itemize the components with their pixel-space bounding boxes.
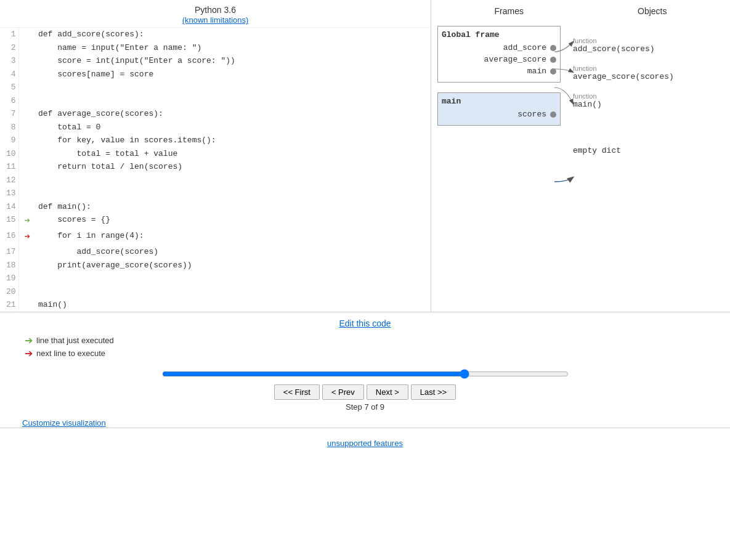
prev-button[interactable]: < Prev <box>322 384 364 400</box>
line-arrow <box>18 187 36 200</box>
line-arrow <box>18 81 36 94</box>
line-arrow: ➔ <box>18 229 36 245</box>
last-button[interactable]: Last >> <box>411 384 456 400</box>
table-row: 19 <box>0 272 431 285</box>
frames-panel: Frames Objects Global frame add_score av… <box>431 0 730 312</box>
global-frame: Global frame add_score average_score mai… <box>437 26 561 83</box>
code-text: def add_score(scores): <box>36 28 431 41</box>
table-row: 17 add_score(scores) <box>0 245 431 259</box>
code-text: main() <box>36 298 431 312</box>
table-row: 10 total = total + value <box>0 147 431 161</box>
line-number: 5 <box>0 81 18 94</box>
code-text: return total / len(scores) <box>36 160 431 174</box>
obj-entry-empty-dict: empty dict <box>573 146 715 155</box>
nav-buttons: << First < Prev Next > Last >> <box>274 384 456 400</box>
line-number: 16 <box>0 229 18 245</box>
slider-row[interactable] <box>162 369 569 381</box>
line-arrow <box>18 41 36 55</box>
bottom-bar: Edit this code ➔ line that just executed… <box>0 312 730 418</box>
table-row: 15➔ scores = {} <box>0 213 431 229</box>
line-number: 2 <box>0 41 18 55</box>
table-row: 2 name = input("Enter a name: ") <box>0 41 431 55</box>
main-frame-title: main <box>442 97 556 106</box>
known-limitations-link[interactable]: (known limitations) <box>182 15 249 25</box>
unsupported-link[interactable]: unsupported features <box>327 439 403 448</box>
table-row: 18 print(average_score(scores)) <box>0 259 431 272</box>
frame-row-average-score: average_score <box>442 55 556 64</box>
frame-row-name-average-score: average_score <box>484 55 546 64</box>
customize-row: Customize visualization <box>0 418 106 428</box>
line-number: 21 <box>0 298 18 312</box>
line-arrow <box>18 160 36 174</box>
code-text: total = total + value <box>36 147 431 161</box>
code-text: name = input("Enter a name: ") <box>36 41 431 55</box>
legend: ➔ line that just executed ➔ next line to… <box>25 335 114 360</box>
red-arrow-icon: ➔ <box>24 232 30 243</box>
code-text <box>36 272 431 285</box>
code-text <box>36 81 431 94</box>
line-number: 13 <box>0 187 18 200</box>
unsupported-bar: unsupported features <box>0 428 730 454</box>
next-button[interactable]: Next > <box>367 384 408 400</box>
python-version-title: Python 3.6 <box>0 5 431 15</box>
step-slider[interactable] <box>162 369 569 379</box>
obj-entry-main-fn: function main() <box>573 92 715 109</box>
line-number: 15 <box>0 213 18 229</box>
objects-label: Objects <box>638 6 667 16</box>
frames-header: Frames Objects <box>437 6 724 16</box>
edit-code-link[interactable]: Edit this code <box>339 319 391 328</box>
line-number: 17 <box>0 245 18 259</box>
legend-green-label: line that just executed <box>36 336 114 345</box>
code-text: print(average_score(scores)) <box>36 259 431 272</box>
obj-value-average-score: average_score(scores) <box>573 72 715 81</box>
code-text: total = 0 <box>36 121 431 134</box>
frame-row-add-score: add_score <box>442 43 556 52</box>
table-row: 3 score = int(input("Enter a score: ")) <box>0 54 431 68</box>
line-arrow <box>18 298 36 312</box>
obj-entry-add-score: function add_score(scores) <box>573 37 715 54</box>
code-header: Python 3.6 (known limitations) <box>0 0 431 28</box>
code-panel: Python 3.6 (known limitations) 1def add_… <box>0 0 431 312</box>
table-row: 9 for key, value in scores.items(): <box>0 134 431 147</box>
line-arrow <box>18 54 36 68</box>
table-row: 5 <box>0 81 431 94</box>
line-arrow <box>18 245 36 259</box>
code-text: for key, value in scores.items(): <box>36 134 431 147</box>
line-arrow <box>18 174 36 187</box>
line-arrow <box>18 200 36 214</box>
frame-row-name-scores: scores <box>517 110 546 119</box>
main-container: Python 3.6 (known limitations) 1def add_… <box>0 0 730 560</box>
line-number: 9 <box>0 134 18 147</box>
code-text: scores[name] = score <box>36 68 431 81</box>
obj-label-add-score: function <box>573 37 715 44</box>
code-text: def average_score(scores): <box>36 107 431 121</box>
line-number: 11 <box>0 160 18 174</box>
frames-label: Frames <box>495 6 524 16</box>
line-arrow <box>18 107 36 121</box>
line-number: 3 <box>0 54 18 68</box>
table-row: 21main() <box>0 298 431 312</box>
line-number: 8 <box>0 121 18 134</box>
frame-dot-add-score <box>550 45 556 51</box>
customize-link[interactable]: Customize visualization <box>22 418 106 428</box>
frame-dot-average-score <box>550 57 556 63</box>
line-number: 18 <box>0 259 18 272</box>
table-row: 4 scores[name] = score <box>0 68 431 81</box>
frame-row-name-add-score: add_score <box>503 43 546 52</box>
line-arrow <box>18 285 36 299</box>
first-button[interactable]: << First <box>274 384 320 400</box>
code-text: for i in range(4): <box>36 229 431 245</box>
line-arrow <box>18 134 36 147</box>
code-text: scores = {} <box>36 213 431 229</box>
legend-red-item: ➔ next line to execute <box>25 347 114 359</box>
line-number: 14 <box>0 200 18 214</box>
frame-row-scores: scores <box>442 110 556 119</box>
main-frame: main scores <box>437 92 561 126</box>
line-arrow <box>18 259 36 272</box>
code-text <box>36 187 431 200</box>
legend-red-arrow-icon: ➔ <box>25 347 33 359</box>
table-row: 1def add_score(scores): <box>0 28 431 41</box>
table-row: 13 <box>0 187 431 200</box>
line-number: 6 <box>0 94 18 108</box>
code-text: add_score(scores) <box>36 245 431 259</box>
